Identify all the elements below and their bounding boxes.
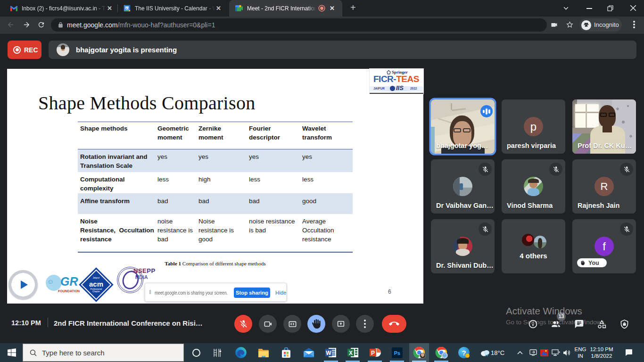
svg-text:Ps: Ps	[394, 350, 400, 356]
svg-text:X: X	[349, 350, 353, 356]
svg-text:W: W	[326, 350, 331, 356]
svg-text:P: P	[371, 350, 375, 356]
svg-text:22: 22	[125, 7, 129, 11]
